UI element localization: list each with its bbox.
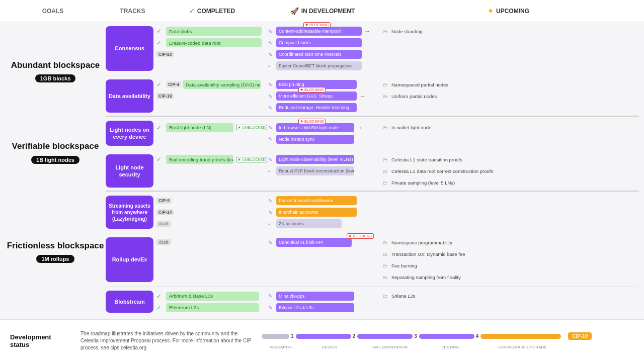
indev-bar: Light node observability (level 4 LNs) [276, 155, 354, 164]
upcoming-text: In-wallet light node [391, 125, 431, 130]
completed-bar: Ethereum L2s [166, 303, 259, 312]
track-row: ✎ Node instant sync [156, 134, 639, 144]
roadmap-grid: Abundant blockspace 1GB blocks Verifiabl… [0, 22, 644, 319]
separator [106, 116, 639, 117]
folder-icon: 🗁 [383, 251, 390, 257]
stages-bars-row: 1 2 3 4 [262, 332, 634, 340]
check-icon: ✓ [156, 293, 165, 300]
track-consensus-label: Consensus [106, 26, 153, 71]
indev-bar: More efficient DAS: Shwap [276, 92, 357, 101]
stage-num: 1 [291, 333, 294, 339]
header-indev: 🚀 IN DEVELOPMENT [267, 7, 378, 15]
stage-research: 1 [262, 333, 294, 339]
indev-bar: Canonical v1 blob API [276, 238, 352, 247]
goal-verifiable: Verifiable blockspace 1B light nodes [5, 119, 106, 187]
stage-label-testing: TESTING [420, 345, 480, 349]
upcoming-text: Private sampling (level 5 LNs) [391, 180, 455, 186]
upcoming-item: 🗁 Celestia L1 state transition proofs [383, 157, 639, 162]
upcoming-text: Celestia L1 data root correct constructi… [391, 168, 493, 174]
stage-label-research: RESEARCH [262, 345, 299, 349]
check-icon: ✓ [156, 124, 165, 131]
pen-icon: ✎ [268, 94, 275, 99]
track-row: draft ▪ ZK accounts [156, 219, 639, 229]
goals-column: Abundant blockspace 1GB blocks Verifiabl… [0, 22, 106, 319]
draft-tag: draft [156, 221, 171, 227]
cip-tag: CIP-14 [156, 209, 174, 215]
pen-icon: ✎ [268, 105, 275, 111]
upcoming-icon: ✦ [488, 7, 494, 15]
pen-icon: ✎ [268, 157, 275, 162]
upcoming-item: 🗁 Uniform partial nodes [383, 94, 639, 99]
track-row: CIP-9 ✎ Packet forward middleware [156, 196, 639, 206]
separator [106, 191, 639, 192]
folder-icon: 🗁 [383, 29, 390, 34]
track-blobstream: Blobstream ✓ Arbitrum & Base L3s ✎ Mina … [106, 291, 639, 313]
track-row: CIP-19 ★ BLOCKING ✎ More efficient DAS: … [156, 91, 639, 101]
track-row: ✓ Rust light node (LN) ★ UNBLOCKED ★ BLO… [156, 123, 639, 133]
header-upcoming: ✦ UPCOMING [378, 7, 639, 15]
folder-icon: 🗁 [383, 168, 390, 174]
status-desc: The roadmap illustrates the initiatives … [70, 330, 262, 351]
separator [106, 286, 639, 287]
track-row: 🗁 Private sampling (level 5 LNs) [156, 177, 639, 188]
check-icon: ✓ [156, 81, 165, 88]
cip-tag: CIP-9 [156, 198, 172, 204]
arrow-icon: → [364, 28, 370, 35]
indev-bar: Node instant sync [276, 135, 354, 144]
pen-icon: ✎ [268, 210, 275, 215]
indev-bar: In-browser / WASM light node [276, 123, 354, 132]
goal-verifiable-title: Verifiable blockspace [12, 141, 99, 151]
track-row: ✓ Data blobs ★ BLOCKING ✎ Content-addres… [156, 26, 639, 36]
track-rollup-devex: Rollup devEx draft ✎ Canonical v1 blob A… [106, 237, 639, 282]
stage-design: 2 [296, 333, 356, 339]
check-icon: ✓ [156, 156, 165, 163]
track-row: ▪ Robust P2P block reconstruction (level… [156, 166, 639, 176]
upcoming-text: Transaction UX: Dynamic base fee [391, 251, 465, 257]
stage-bar-design [296, 334, 351, 339]
indev-bar: Interchain accounts [276, 208, 357, 217]
blocking-badge: ★ BLOCKING [347, 233, 374, 239]
completed-bar: Data blobs [166, 27, 262, 36]
upcoming-item: 🗁 In-wallet light node [383, 125, 639, 130]
upcoming-item: 🗁 Namespaced partial nodes [383, 82, 639, 87]
track-row: ✓ Erasure-coded data root ✎ Compact bloc… [156, 38, 639, 48]
stage-num: 4 [476, 333, 479, 339]
upcoming-text: Namespace programmability [391, 240, 452, 245]
check-icon: ✓ [156, 28, 165, 35]
cip-tag: CIP-4 [166, 81, 181, 87]
track-row: 🗁 Fee burning [156, 260, 639, 270]
pen-icon: ✎ [268, 29, 275, 34]
completed-bar: Arbitrum & Base L3s [166, 292, 259, 301]
track-row: ✓ CIP-4 Data availability sampling (DAS)… [156, 79, 639, 89]
indev-bar: Faster CometBFT block propagation [276, 61, 362, 70]
track-lb-label: Streaming assets from anywhere (Lazybrid… [106, 196, 153, 229]
goal-abundant-title: Abundant blockspace [11, 60, 100, 70]
upcoming-item: 🗁 Namespace programmability [383, 240, 639, 245]
upcoming-text: Solana L2s [391, 293, 416, 299]
stage-num: 3 [414, 333, 417, 339]
indev-bar: Compact blocks [276, 38, 362, 47]
stage-labels-row: RESEARCH DESIGN IMPLEMENTATION TESTING L… [262, 345, 634, 349]
track-row: 🗁 Transaction UX: Dynamic base fee [156, 249, 639, 259]
folder-icon: 🗁 [383, 293, 390, 299]
goal-abundant-badge: 1GB blocks [35, 74, 76, 82]
indev-bar: Reduced storage: Header trimming [276, 103, 357, 112]
track-row: ✓ Arbitrum & Base L3s ✎ Mina zkApps 🗁 So… [156, 291, 639, 301]
track-consensus: Consensus ✓ Data blobs ★ BLOCKING ✎ Cont… [106, 26, 639, 71]
stage-lemongrass [480, 334, 561, 339]
arrow-icon: → [357, 124, 363, 131]
status-title: Development status [10, 333, 70, 348]
indev-icon: 🚀 [290, 7, 299, 15]
upcoming-text: Separating sampling from finality [391, 275, 461, 280]
unblocked-badge: ★ UNBLOCKED [236, 125, 267, 130]
separator [106, 75, 639, 75]
folder-icon: 🗁 [383, 240, 390, 245]
folder-icon: 🗁 [383, 180, 390, 186]
header-completed: ✓ COMPLETED [156, 7, 267, 15]
completed-bar: Bad encoding fraud proofs (level 3 LNs) [166, 155, 233, 164]
track-lazybridging: Streaming assets from anywhere (Lazybrid… [106, 196, 639, 229]
upcoming-item: 🗁 Private sampling (level 5 LNs) [383, 180, 639, 186]
stage-bar-lemongrass [480, 334, 561, 339]
track-ln-label: Light nodes on every device [106, 121, 153, 146]
check-icon: ✓ [156, 39, 165, 46]
